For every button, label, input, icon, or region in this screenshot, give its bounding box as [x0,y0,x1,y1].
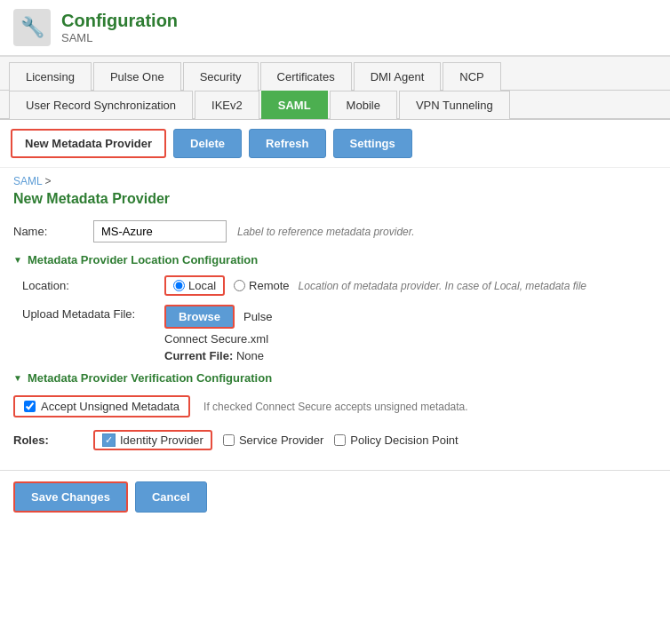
upload-actions: Browse Pulse [164,305,273,329]
tab-ncp[interactable]: NCP [443,62,500,91]
nav-row-1: Licensing Pulse One Security Certificate… [0,57,670,91]
policy-decision-checkbox[interactable] [334,434,346,446]
tab-ikev2[interactable]: IKEv2 [195,91,259,119]
upload-row: Upload Metadata File: Browse Pulse Conne… [22,305,657,362]
section-title: New Metadata Provider [0,189,670,216]
location-local-label: Local [188,279,216,292]
identity-provider-checkbox[interactable]: ✓ [102,433,116,447]
tab-dmi-agent[interactable]: DMI Agent [354,62,442,91]
header: 🔧 Configuration SAML [0,0,670,57]
toolbar: New Metadata Provider Delete Refresh Set… [0,120,670,168]
upload-content: Browse Pulse Connect Secure.xml Current … [164,305,273,362]
identity-provider-label: Identity Provider [120,433,203,447]
location-local-radio[interactable] [173,280,185,291]
identity-provider-option[interactable]: ✓ Identity Provider [93,430,212,450]
save-changes-button[interactable]: Save Changes [13,481,128,513]
location-remote-option[interactable]: Remote [234,279,290,292]
service-provider-option[interactable]: Service Provider [223,433,323,447]
new-metadata-provider-button[interactable]: New Metadata Provider [11,129,166,158]
cancel-button[interactable]: Cancel [135,481,207,513]
policy-decision-option[interactable]: Policy Decision Point [334,433,458,447]
roles-label: Roles: [13,433,93,447]
pulse-label: Pulse [243,310,273,323]
current-file-value: None [236,349,264,362]
roles-row: Roles: ✓ Identity Provider Service Provi… [13,430,657,450]
name-hint: Label to reference metadata provider. [237,226,415,238]
current-file-label: Current File: [164,349,233,362]
browse-button[interactable]: Browse [164,305,235,329]
location-label: Location: [22,279,164,292]
tab-user-record-sync[interactable]: User Record Synchronization [9,91,193,119]
location-remote-label: Remote [249,279,290,292]
unsigned-hint: If checked Connect Secure accepts unsign… [203,401,468,413]
location-row: Location: Local Remote Location of metad… [22,275,657,296]
location-remote-radio[interactable] [234,280,245,291]
unsigned-label: Accept Unsigned Metadata [41,400,179,413]
tab-security[interactable]: Security [183,62,259,91]
location-options: Local Remote Location of metadata provid… [164,275,586,296]
tab-saml[interactable]: SAML [261,91,328,119]
tab-certificates[interactable]: Certificates [260,62,352,91]
nav-row-2: User Record Synchronization IKEv2 SAML M… [0,91,670,120]
service-provider-checkbox[interactable] [223,434,235,446]
current-file: Current File: None [164,349,273,362]
location-section-header[interactable]: ▼ Metadata Provider Location Configurati… [13,253,657,266]
service-provider-label: Service Provider [239,433,323,447]
breadcrumb-parent[interactable]: SAML [13,175,42,187]
refresh-button[interactable]: Refresh [249,129,325,158]
tab-vpn-tunneling[interactable]: VPN Tunneling [399,91,510,119]
file-name: Connect Secure.xml [164,332,273,346]
policy-decision-label: Policy Decision Point [350,433,458,447]
name-input[interactable] [93,220,227,242]
upload-label: Upload Metadata File: [22,305,164,321]
footer: Save Changes Cancel [0,471,670,523]
app-icon: 🔧 [13,9,51,46]
unsigned-checkbox[interactable] [24,401,36,412]
settings-button[interactable]: Settings [333,129,412,158]
location-section-content: Location: Local Remote Location of metad… [13,275,657,362]
location-hint: Location of metadata provider. In case o… [299,280,586,292]
breadcrumb-separator: > [45,175,52,187]
form-body: Name: Label to reference metadata provid… [0,216,670,470]
delete-button[interactable]: Delete [173,129,242,158]
name-row: Name: Label to reference metadata provid… [13,220,657,242]
tab-pulse-one[interactable]: Pulse One [93,62,181,91]
page-subtitle: SAML [61,31,178,44]
chevron-down-icon-2: ▼ [13,373,22,383]
location-local-option[interactable]: Local [164,275,225,296]
name-label: Name: [13,225,93,238]
unsigned-checkbox-group[interactable]: Accept Unsigned Metadata [13,395,190,417]
tab-licensing[interactable]: Licensing [9,62,92,91]
roles-options: ✓ Identity Provider Service Provider Pol… [93,430,459,450]
breadcrumb: SAML > [0,168,670,189]
page-title: Configuration [61,11,178,31]
verification-section-header[interactable]: ▼ Metadata Provider Verification Configu… [13,371,657,385]
chevron-down-icon: ▼ [13,255,22,265]
tab-mobile[interactable]: Mobile [330,91,397,119]
unsigned-row: Accept Unsigned Metadata If checked Conn… [13,395,657,417]
